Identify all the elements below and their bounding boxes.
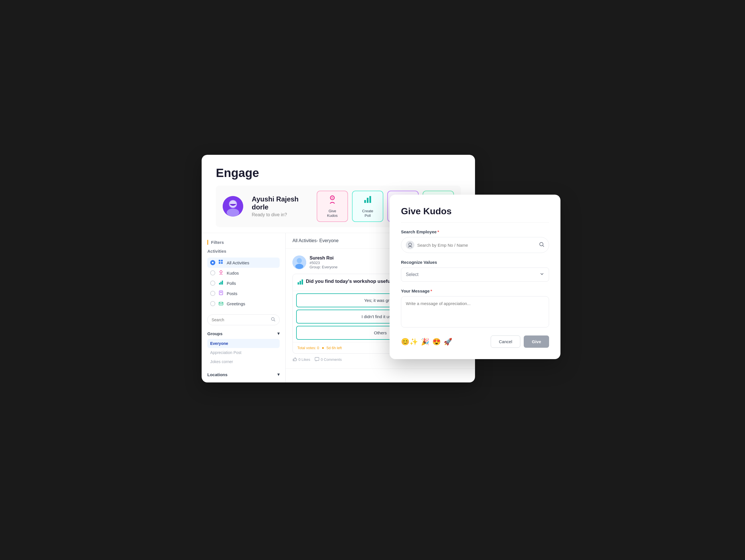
recognize-values-section: Recognize Values Select xyxy=(401,260,549,282)
post-user-group: Group: Everyone xyxy=(310,265,337,269)
modal-footer: 😊✨ 🎉 😍 🚀 Cancel Give xyxy=(401,336,549,348)
groups-chevron-icon: ▾ xyxy=(278,331,280,336)
recognize-values-label: Recognize Values xyxy=(401,260,549,265)
posts-sidebar-icon xyxy=(218,290,224,296)
message-required-star: * xyxy=(430,288,432,293)
kudos-modal: Give Kudos Search Employee * Recognize V… xyxy=(390,195,560,359)
all-activities-radio xyxy=(210,260,215,265)
svg-point-26 xyxy=(271,318,274,320)
poll-votes: Total votes: 0 xyxy=(297,346,319,350)
greetings-sidebar-label: Greetings xyxy=(227,301,245,306)
message-textarea[interactable] xyxy=(401,296,549,327)
create-poll-card[interactable]: CreatePoll xyxy=(352,191,383,222)
emoji-smile[interactable]: 😊✨ xyxy=(401,338,418,346)
activity-kudos[interactable]: Kudos xyxy=(207,268,280,278)
kudos-label: GiveKudos xyxy=(327,209,338,218)
filters-title: Filters xyxy=(207,240,280,245)
svg-rect-8 xyxy=(369,196,371,203)
activity-all-activities[interactable]: All Activities xyxy=(207,257,280,268)
group-everyone[interactable]: Everyone xyxy=(207,339,280,348)
search-icon xyxy=(271,317,276,323)
post-user-info: Suresh Roi #5023 Group: Everyone xyxy=(310,255,337,269)
svg-point-18 xyxy=(220,271,222,273)
activity-posts[interactable]: Posts xyxy=(207,288,280,299)
app-title: Engage xyxy=(216,166,461,180)
groups-header[interactable]: Groups ▾ xyxy=(207,331,280,336)
all-activities-icon xyxy=(218,260,224,266)
post-user-name: Suresh Roi xyxy=(310,255,337,261)
locations-header[interactable]: Locations ▾ xyxy=(207,372,280,377)
sidebar: Filters Activities All Activities xyxy=(202,233,286,382)
posts-sidebar-label: Posts xyxy=(227,291,237,296)
your-message-label: Your Message * xyxy=(401,288,549,293)
svg-rect-16 xyxy=(219,262,220,264)
comments-count: 0 Comments xyxy=(321,357,342,362)
posts-radio xyxy=(210,291,215,296)
svg-point-36 xyxy=(540,242,543,246)
user-search-icon xyxy=(406,241,414,249)
profile-subtitle: Ready to dive in? xyxy=(252,212,308,217)
cancel-button[interactable]: Cancel xyxy=(491,336,521,348)
activity-polls[interactable]: Polls xyxy=(207,278,280,288)
comment-button[interactable]: 0 Comments xyxy=(315,357,342,362)
svg-rect-31 xyxy=(298,282,299,285)
activity-greetings[interactable]: Greetings xyxy=(207,299,280,309)
emoji-love[interactable]: 😍 xyxy=(432,338,441,346)
poll-icon xyxy=(363,195,372,206)
feed-title: All Activities- Everyone xyxy=(292,238,338,243)
kudos-radio xyxy=(210,270,215,275)
like-button[interactable]: 0 Likes xyxy=(292,357,310,362)
svg-point-29 xyxy=(297,258,302,263)
activities-label: Activities xyxy=(207,249,280,253)
greetings-sidebar-icon xyxy=(218,301,224,307)
post-avatar xyxy=(292,255,306,269)
sidebar-search-box[interactable] xyxy=(207,314,280,325)
give-kudos-card[interactable]: GiveKudos xyxy=(317,191,348,222)
svg-point-5 xyxy=(331,197,333,199)
polls-sidebar-icon xyxy=(218,280,224,286)
group-jokes-corner[interactable]: Jokes corner xyxy=(207,357,280,366)
groups-label: Groups xyxy=(207,331,222,336)
groups-section: Groups ▾ Everyone Appreciation Post Joke… xyxy=(207,331,280,366)
poll-dot xyxy=(322,347,324,349)
svg-rect-20 xyxy=(220,282,222,285)
emoji-bar: 😊✨ 🎉 😍 🚀 xyxy=(401,338,452,346)
svg-rect-19 xyxy=(219,283,220,285)
svg-rect-33 xyxy=(301,279,303,285)
employee-search-box[interactable] xyxy=(401,237,549,253)
svg-line-37 xyxy=(543,246,544,247)
svg-point-35 xyxy=(409,243,412,246)
all-activities-label: All Activities xyxy=(227,260,249,265)
svg-rect-21 xyxy=(222,281,223,285)
kudos-sidebar-icon xyxy=(218,270,224,276)
modal-title: Give Kudos xyxy=(401,206,549,222)
profile-name: Ayushi Rajesh dorle xyxy=(252,195,308,211)
avatar-image xyxy=(223,196,243,216)
profile-info: Ayushi Rajesh dorle Ready to dive in? xyxy=(252,195,308,217)
svg-rect-17 xyxy=(221,262,223,264)
svg-rect-6 xyxy=(364,200,366,203)
emoji-party[interactable]: 🎉 xyxy=(421,338,429,346)
avatar xyxy=(223,196,243,216)
poll-question-icon xyxy=(297,279,303,286)
svg-rect-32 xyxy=(300,281,301,285)
modal-actions: Cancel Give xyxy=(491,336,549,348)
kudos-sidebar-label: Kudos xyxy=(227,271,239,275)
poll-label: CreatePoll xyxy=(362,209,373,218)
values-select-dropdown[interactable]: Select xyxy=(401,268,549,282)
locations-section: Locations ▾ xyxy=(207,372,280,377)
kudos-icon xyxy=(328,195,337,206)
give-button[interactable]: Give xyxy=(524,336,549,348)
sidebar-search-input[interactable] xyxy=(212,318,268,322)
svg-rect-7 xyxy=(367,198,368,203)
post-user-id: #5023 xyxy=(310,261,337,265)
activities-section: Activities All Activities xyxy=(207,249,280,309)
poll-question-text: Did you find today's workshop useful? xyxy=(306,279,395,284)
employee-search-input[interactable] xyxy=(417,243,536,248)
emoji-rocket[interactable]: 🚀 xyxy=(444,338,452,346)
polls-sidebar-label: Polls xyxy=(227,281,236,286)
greetings-radio xyxy=(210,301,215,306)
svg-line-27 xyxy=(274,320,275,321)
group-appreciation-post[interactable]: Appreciation Post xyxy=(207,348,280,357)
svg-point-2 xyxy=(227,209,239,216)
